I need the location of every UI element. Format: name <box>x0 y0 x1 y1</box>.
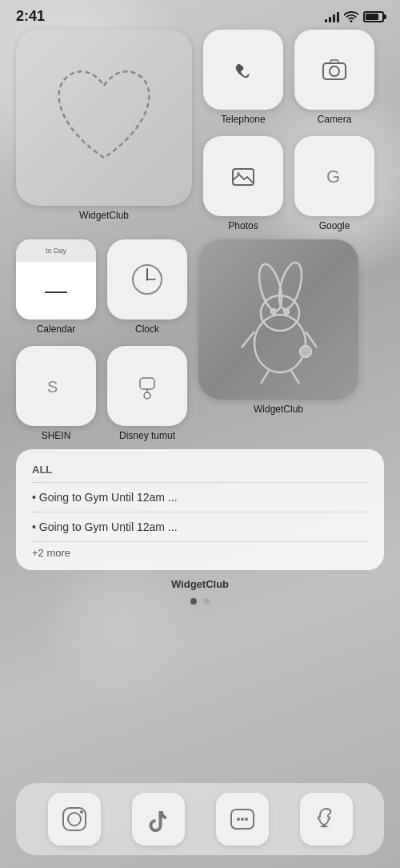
svg-rect-10 <box>140 378 154 389</box>
disney-icon[interactable]: Disney tumut <box>107 346 187 441</box>
svg-text:S: S <box>47 378 58 396</box>
photos-label: Photos <box>228 220 258 231</box>
camera-icon[interactable]: Camera <box>294 30 374 125</box>
instagram-dock-icon[interactable] <box>48 793 101 846</box>
widgetclub-large-icon[interactable]: WidgetClub <box>16 30 192 231</box>
svg-point-8 <box>146 279 149 281</box>
wifi-icon <box>344 11 358 22</box>
svg-point-1 <box>330 66 339 76</box>
google-icon[interactable]: G Google <box>294 136 374 231</box>
svg-point-25 <box>68 813 81 826</box>
svg-point-29 <box>241 818 244 821</box>
widgetclub-rabbit-icon[interactable]: WidgetClub <box>198 239 358 415</box>
line-dock-icon[interactable] <box>216 793 269 846</box>
calendar-date: — <box>45 278 67 303</box>
google-label: Google <box>319 220 350 231</box>
shein-icon[interactable]: S SHEIN <box>16 346 96 441</box>
snapchat-dock-icon[interactable] <box>300 793 353 846</box>
svg-text:G: G <box>326 167 340 187</box>
widgetclub-large-label: WidgetClub <box>79 210 129 221</box>
disney-label: Disney tumut <box>119 430 175 441</box>
status-time: 2:41 <box>16 8 45 25</box>
shein-label: SHEIN <box>42 430 71 441</box>
svg-point-22 <box>271 309 276 314</box>
telephone-icon[interactable]: Telephone <box>203 30 283 125</box>
svg-point-21 <box>300 346 311 357</box>
svg-point-11 <box>144 392 150 399</box>
svg-point-26 <box>80 810 83 814</box>
tiktok-dock-icon[interactable] <box>132 793 185 846</box>
calendar-icon[interactable]: to Day — Calendar <box>16 239 96 335</box>
telephone-label: Telephone <box>221 114 265 125</box>
svg-point-23 <box>284 309 289 314</box>
widget-brand-label: WidgetClub <box>16 578 384 590</box>
dock <box>16 783 384 855</box>
page-dots <box>16 598 384 605</box>
widget-section-label: ALL <box>32 464 368 476</box>
widget-more: +2 more <box>32 547 368 559</box>
dot-1[interactable] <box>190 598 197 605</box>
svg-line-19 <box>261 371 269 384</box>
calendar-day-label: to Day <box>46 247 66 255</box>
widget-item-2: • Going to Gym Until 12am ... <box>32 517 368 536</box>
svg-line-18 <box>306 332 317 348</box>
calendar-widget-card: ALL • Going to Gym Until 12am ... • Goin… <box>16 449 384 570</box>
clock-icon[interactable]: Clock <box>107 239 187 335</box>
svg-point-30 <box>245 818 248 821</box>
svg-point-14 <box>275 260 306 311</box>
svg-line-17 <box>242 332 254 348</box>
widget-item-1: • Going to Gym Until 12am ... <box>32 488 368 507</box>
svg-line-20 <box>291 371 299 384</box>
svg-point-28 <box>237 818 240 821</box>
battery-icon <box>363 11 384 22</box>
svg-point-16 <box>254 315 306 372</box>
calendar-label: Calendar <box>37 323 76 335</box>
status-icons <box>325 11 384 22</box>
camera-label: Camera <box>318 114 352 125</box>
clock-label: Clock <box>135 323 159 335</box>
widgetclub-rabbit-label: WidgetClub <box>254 404 303 415</box>
signal-icon <box>325 11 339 22</box>
status-bar: 2:41 <box>0 0 400 30</box>
svg-point-3 <box>237 172 240 175</box>
photos-icon[interactable]: Photos <box>203 136 283 231</box>
dot-2[interactable] <box>203 598 210 605</box>
